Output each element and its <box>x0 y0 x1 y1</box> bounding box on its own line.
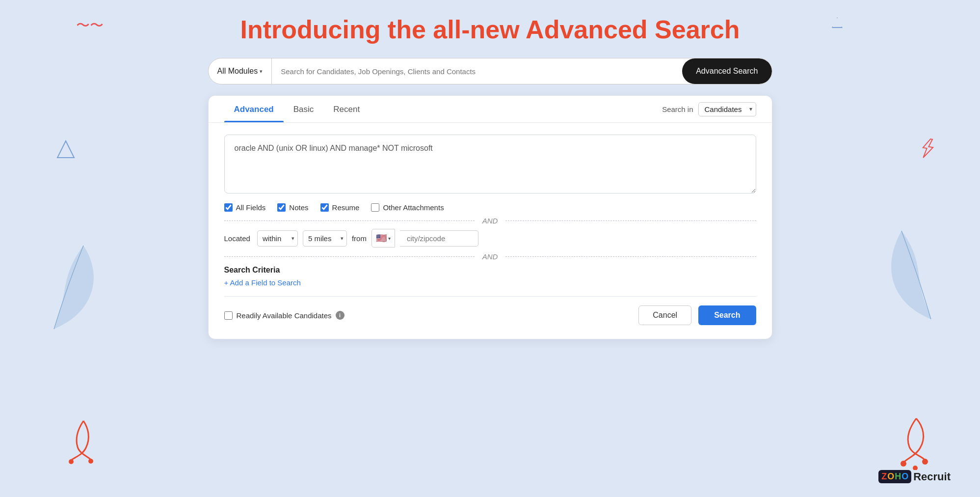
all-fields-checkbox-item[interactable]: All Fields <box>224 203 266 212</box>
svg-point-3 <box>901 461 906 467</box>
flag-chevron-icon: ▾ <box>388 236 391 241</box>
zoho-z-letter: Z <box>881 471 887 482</box>
other-attachments-checkbox-item[interactable]: Other Attachments <box>371 203 444 212</box>
distance-select[interactable]: 5 miles 10 miles 25 miles 50 miles <box>303 230 347 247</box>
readily-available-label: Readily Available Candidates <box>237 311 332 320</box>
zoho-h-letter: H <box>895 471 901 482</box>
resume-checkbox-item[interactable]: Resume <box>320 203 360 212</box>
svg-point-2 <box>88 459 93 464</box>
action-buttons: Cancel Search <box>638 305 756 325</box>
divider-line-left-1 <box>224 221 475 221</box>
within-select[interactable]: within outside <box>257 230 298 247</box>
svg-point-4 <box>922 459 928 465</box>
and-divider-1: AND <box>224 217 756 225</box>
candidates-select-wrapper: Candidates <box>698 102 756 116</box>
svg-point-1 <box>69 459 74 464</box>
zoho-recruit-logo: Z O H O Recruit <box>878 470 951 483</box>
checkboxes-row: All Fields Notes Resume Other Attachment… <box>209 203 772 212</box>
leaf-decoration-right <box>877 226 941 334</box>
main-panel: Advanced Basic Recent Search in Candidat… <box>208 95 772 339</box>
from-label: from <box>352 234 367 243</box>
advanced-search-button[interactable]: Advanced Search <box>682 58 771 84</box>
lightning-decoration-right <box>918 137 936 164</box>
located-row: Located within outside 5 miles 10 miles … <box>209 229 772 248</box>
leaf-decoration-left <box>44 241 103 339</box>
bottom-row: Readily Available Candidates i Cancel Se… <box>209 305 772 325</box>
search-in-label: Search in <box>662 105 693 113</box>
search-in-section: Search in Candidates <box>662 102 756 116</box>
search-bar: All Modules ▾ Advanced Search <box>208 58 772 84</box>
all-fields-checkbox[interactable] <box>224 203 233 212</box>
divider-line-left-2 <box>224 256 475 257</box>
tabs-left: Advanced Basic Recent <box>224 96 662 122</box>
title-normal-text: Introducing the all-new <box>240 15 526 44</box>
readily-available-checkbox-item[interactable]: Readily Available Candidates i <box>224 311 344 320</box>
global-search-input[interactable] <box>272 58 682 84</box>
chevron-down-icon: ▾ <box>260 68 263 75</box>
search-button[interactable]: Search <box>698 305 756 325</box>
squiggle-decoration: 〜〜 <box>76 19 104 32</box>
divider-line-right-2 <box>505 256 756 257</box>
title-highlight-text: Advanced Search <box>526 15 740 44</box>
flag-select[interactable]: 🇺🇸 ▾ <box>371 229 395 248</box>
city-zipcode-input[interactable] <box>400 230 478 247</box>
red-decoration-right <box>892 416 941 470</box>
other-attachments-checkbox[interactable] <box>371 203 379 212</box>
resume-label: Resume <box>332 203 360 212</box>
tab-recent[interactable]: Recent <box>323 96 370 122</box>
svg-marker-0 <box>57 141 74 158</box>
page-title: Introducing the all-new Advanced Search <box>240 15 740 44</box>
triangle-decoration-left <box>56 140 75 159</box>
search-criteria-section: Search Criteria + Add a Field to Search <box>209 266 772 287</box>
bottom-divider <box>224 296 756 297</box>
info-icon[interactable]: i <box>336 311 344 320</box>
notes-label: Notes <box>289 203 308 212</box>
distance-select-wrapper: 5 miles 10 miles 25 miles 50 miles <box>303 230 347 247</box>
other-attachments-label: Other Attachments <box>383 203 444 212</box>
add-field-link[interactable]: + Add a Field to Search <box>224 278 301 287</box>
recruit-text: Recruit <box>913 470 951 483</box>
all-modules-label: All Modules <box>217 67 258 76</box>
within-select-wrapper: within outside <box>257 230 298 247</box>
notes-checkbox-item[interactable]: Notes <box>277 203 308 212</box>
located-label: Located <box>224 234 250 243</box>
all-modules-button[interactable]: All Modules ▾ <box>209 58 272 84</box>
zoho-o1-letter: O <box>887 471 894 482</box>
zoho-o2-letter: O <box>901 471 908 482</box>
divider-line-right-1 <box>505 221 756 221</box>
us-flag-icon: 🇺🇸 <box>376 233 387 244</box>
svg-point-5 <box>913 466 918 470</box>
triangle-decoration-top-right <box>832 17 843 28</box>
and-label-1: AND <box>475 217 506 225</box>
cancel-button[interactable]: Cancel <box>638 305 691 325</box>
readily-available-checkbox[interactable] <box>224 311 233 320</box>
search-criteria-title: Search Criteria <box>224 266 756 275</box>
candidates-select[interactable]: Candidates <box>698 102 756 116</box>
tab-basic[interactable]: Basic <box>284 96 324 122</box>
and-divider-2: AND <box>224 252 756 261</box>
tabs-row: Advanced Basic Recent Search in Candidat… <box>209 96 772 123</box>
and-label-2: AND <box>475 252 506 261</box>
red-decoration-left <box>64 418 103 468</box>
notes-checkbox[interactable] <box>277 203 286 212</box>
zoho-box: Z O H O <box>878 470 911 483</box>
tab-advanced[interactable]: Advanced <box>224 96 284 122</box>
search-query-textarea[interactable]: oracle AND (unix OR linux) AND manage* N… <box>224 135 756 193</box>
all-fields-label: All Fields <box>236 203 266 212</box>
resume-checkbox[interactable] <box>320 203 329 212</box>
